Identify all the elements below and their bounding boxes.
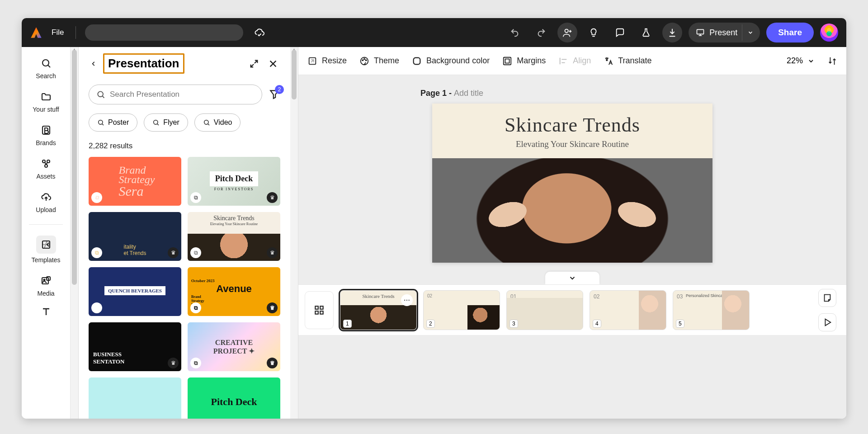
zoom-control[interactable]: 22% — [787, 56, 815, 66]
page-label[interactable]: Page 1 - Add title — [420, 89, 483, 98]
nav-templates[interactable]: Templates — [28, 236, 64, 264]
nav-label: Templates — [32, 256, 61, 264]
template-card[interactable]: BUSINESS SENTATON ♛ — [89, 322, 181, 371]
undo-icon[interactable] — [505, 23, 525, 42]
grid-view-button[interactable] — [305, 291, 334, 329]
chip-label: Flyer — [163, 118, 179, 127]
beaker-icon[interactable] — [636, 23, 656, 42]
upload-icon — [40, 191, 52, 203]
thumb-more-icon[interactable]: ⋯ — [401, 294, 413, 306]
nav-assets[interactable]: Assets — [28, 157, 64, 180]
page-number: Page 1 - — [420, 89, 454, 98]
body: Search Your stuff Brands Assets Upload — [22, 47, 846, 419]
panel-search-field[interactable] — [110, 90, 255, 99]
tb-label: Resize — [322, 56, 347, 66]
nav-search[interactable]: Search — [28, 57, 64, 80]
template-card[interactable] — [89, 377, 181, 419]
nav-label: Search — [36, 72, 56, 80]
canvas-toolbar: Resize Theme Background color Margins Al… — [298, 47, 846, 75]
thumb-title: 02 — [594, 293, 599, 300]
nav-brands[interactable]: Brands — [28, 124, 64, 146]
collapse-filmstrip-button[interactable] — [545, 272, 599, 284]
slide[interactable]: Skincare Trends Elevating Your Skincare … — [432, 104, 712, 263]
nav-upload[interactable]: Upload — [28, 191, 64, 213]
play-button[interactable] — [818, 313, 836, 331]
multi-page-icon: ⧉ — [190, 192, 201, 203]
panel-search-input[interactable] — [89, 85, 262, 104]
resize-button[interactable]: Resize — [307, 56, 347, 66]
folder-icon — [40, 90, 52, 103]
template-card[interactable]: QUENCH BEVERAGES ⧉ — [89, 267, 181, 316]
template-card[interactable]: CREATIVE PROJECT ✦ ⧉ ♛ — [188, 322, 280, 371]
slide-thumb-1[interactable]: Skincare Trends 1 ⋯ — [340, 290, 417, 330]
panel-title: Presentation — [103, 53, 184, 74]
panel-scrollbar[interactable]: ▲ — [290, 47, 298, 419]
svg-point-17 — [362, 60, 363, 61]
template-card[interactable]: Pitch Deck — [188, 377, 280, 419]
invite-user-icon[interactable] — [557, 23, 577, 42]
bgcolor-button[interactable]: Background color — [412, 56, 490, 66]
leftnav-scrollbar[interactable]: ▲ — [71, 47, 79, 419]
thumb-number: 2 — [426, 320, 435, 328]
app-window: File Present Share Search — [22, 18, 846, 419]
template-card[interactable]: Skincare Trends Elevating Your Skincare … — [188, 212, 280, 261]
comment-icon[interactable] — [610, 23, 630, 42]
template-grid: BrandStrategySera ⧉ Pitch Deck FOR INVES… — [89, 157, 280, 419]
search-icon — [152, 119, 160, 126]
nav-your-stuff[interactable]: Your stuff — [28, 90, 64, 113]
present-dropdown-caret[interactable] — [742, 24, 758, 41]
chip-video[interactable]: Video — [194, 113, 241, 132]
redo-icon[interactable] — [531, 23, 551, 42]
user-avatar[interactable] — [820, 24, 838, 42]
right-tools — [815, 289, 840, 331]
template-card[interactable]: Pitch Deck FOR INVESTORS ⧉ ♛ — [188, 157, 280, 206]
media-icon — [40, 274, 52, 287]
grid-icon — [313, 304, 325, 316]
canvas-stage[interactable]: Page 1 - Add title Skincare Trends Eleva… — [298, 75, 846, 419]
thumb-subtitle: Personalized Skincare — [686, 293, 726, 298]
slide-hero-image — [432, 158, 712, 263]
file-menu[interactable]: File — [49, 28, 66, 37]
global-search-input[interactable] — [85, 24, 243, 41]
back-button[interactable] — [89, 58, 99, 70]
nav-text[interactable] — [28, 305, 64, 318]
slide-thumb-3[interactable]: 01 3 — [506, 290, 583, 330]
filter-button[interactable]: 2 — [269, 89, 280, 100]
share-button[interactable]: Share — [766, 23, 814, 42]
svg-rect-22 — [505, 59, 509, 63]
text-icon — [40, 305, 52, 318]
chip-flyer[interactable]: Flyer — [144, 113, 188, 132]
tb-label: Background color — [426, 56, 490, 66]
assets-icon — [40, 157, 52, 170]
download-icon[interactable] — [662, 23, 682, 42]
expand-icon[interactable] — [247, 57, 261, 71]
margins-button[interactable]: Margins — [502, 56, 546, 66]
translate-button[interactable]: Translate — [604, 56, 651, 66]
nav-label: Upload — [36, 206, 56, 213]
present-label: Present — [709, 28, 737, 38]
template-card[interactable]: itality et Trends ⧉ ♛ — [89, 212, 181, 261]
close-icon[interactable] — [266, 57, 280, 71]
multi-page-icon: ⧉ — [91, 192, 102, 203]
theme-button[interactable]: Theme — [359, 56, 399, 66]
premium-icon: ♛ — [267, 247, 278, 258]
cloud-sync-icon[interactable] — [250, 23, 269, 42]
palette-icon — [359, 56, 369, 66]
notes-button[interactable] — [818, 289, 836, 307]
template-card[interactable]: BrandStrategySera ⧉ — [89, 157, 181, 206]
play-icon — [822, 317, 832, 327]
slide-thumb-5[interactable]: 03 Personalized Skincare 5 — [673, 290, 750, 330]
slide-thumb-4[interactable]: 02 4 — [590, 290, 666, 330]
nav-media[interactable]: Media — [28, 274, 64, 297]
flip-order-button[interactable] — [827, 56, 837, 66]
chevron-down-icon — [568, 274, 576, 282]
chip-poster[interactable]: Poster — [89, 113, 137, 132]
template-card[interactable]: October 2023 Avenue Brand Strategy Deck … — [188, 267, 280, 316]
app-logo-icon[interactable] — [30, 26, 42, 39]
templates-panel: Presentation 2 Poster Flyer Video — [79, 47, 290, 419]
lightbulb-icon[interactable] — [584, 23, 604, 42]
slide-thumb-2[interactable]: 02 2 — [423, 290, 500, 330]
present-button[interactable]: Present — [689, 23, 760, 42]
svg-point-12 — [99, 120, 103, 124]
chip-row: Poster Flyer Video — [89, 113, 280, 132]
